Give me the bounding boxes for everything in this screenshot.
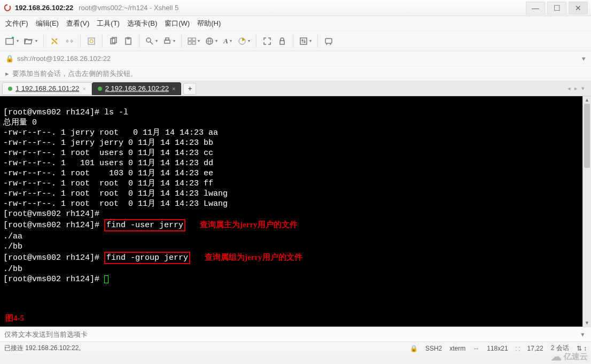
hint-text: 要添加当前会话，点击左侧的箭头按钮。 [12,69,137,79]
status-cursor-pos: 17,22 [527,345,543,352]
menu-window[interactable]: 窗口(W) [165,19,190,28]
tab-close-icon[interactable]: × [82,86,85,92]
menu-edit[interactable]: 编辑(E) [36,19,59,28]
vertical-scrollbar[interactable]: ▲ ▼ [582,96,591,327]
svg-point-7 [146,38,151,42]
reconnect-button[interactable] [49,35,60,48]
session-tab-2[interactable]: 2 192.168.26.102:22 × [92,82,182,95]
svg-rect-17 [300,38,307,44]
session-tab-1[interactable]: 1 192.168.26.101:22 × [2,82,92,95]
tab-close-icon[interactable]: × [172,86,175,92]
svg-point-2 [90,40,93,43]
terminal-output: -rw-r--r--. 1 jerry jerry 0 11月 14 14:23… [3,138,213,148]
scroll-down-icon[interactable]: ▼ [583,319,591,327]
separator [102,35,103,48]
svg-rect-9 [166,38,169,40]
terminal-output: -rw-r--r--. 1 root 103 0 11月 14 14:23 ee [3,169,213,178]
minimize-button[interactable]: — [526,2,545,14]
svg-rect-11 [192,38,196,41]
menu-help[interactable]: 帮助(H) [197,19,221,28]
status-pos-icon: ⸬ [516,345,520,352]
paste-button[interactable] [122,35,134,48]
font-button[interactable]: A [222,35,234,48]
menu-tabs[interactable]: 选项卡(B) [127,19,157,28]
session-tab-label: 2 192.168.26.102:22 [105,84,169,92]
transfer-button[interactable] [298,35,313,48]
hint-arrow-icon[interactable]: ▸ [5,69,9,78]
print-button[interactable] [162,35,176,48]
address-dropdown-icon[interactable]: ▾ [582,55,586,63]
status-dot-icon [8,87,12,91]
terminal-output: -rw-r--r--. 1 root root 0 11月 14 14:23 f… [3,179,213,188]
status-termtype: xterm [449,345,465,352]
layout-button[interactable] [186,35,201,48]
cloud-icon: ☁ [551,350,562,363]
new-session-button[interactable] [4,35,20,48]
terminal-output: ./aa [3,232,22,241]
separator [80,35,81,48]
prompt: [root@vms002 rh124]# [3,210,99,219]
lock-button[interactable] [276,35,288,48]
scroll-up-icon[interactable]: ▲ [583,96,591,104]
new-tab-button[interactable]: + [183,83,196,95]
title-subtitle: root@vms002:~/rh124 - Xshell 5 [79,4,178,12]
terminal-output: -rw-r--r--. 1 root root 0 11月 14 14:23 L… [3,199,228,208]
annotation-text: 查询属主为jerry用户的文件 [200,220,297,229]
watermark-text: 亿速云 [564,352,588,362]
terminal-wrap: [root@vms002 rh124]# ls -l 总用量 0 -rw-r--… [0,96,591,327]
lock-icon: 🔒 [5,55,14,63]
svg-rect-18 [325,38,332,43]
terminal-output: 总用量 0 [3,118,37,127]
address-bar[interactable]: 🔒 ssh://root@192.168.26.102:22 ▾ [0,51,591,66]
prompt: [root@vms002 rh124]# [3,108,104,117]
terminal-output: ./bb [3,265,22,274]
status-dot-icon [98,87,102,91]
annotation-text: 查询属组为jerry用户的文件 [205,253,302,261]
status-size: 118x21 [487,345,508,352]
terminal-output: -rw-r--r--. 1 101 users 0 11月 14 14:23 d… [3,159,213,168]
properties-button[interactable] [85,35,97,48]
terminal-output: -rw-r--r--. 1 root users 0 11月 14 14:23 … [3,149,213,158]
fullscreen-button[interactable] [261,35,273,48]
prompt: [root@vms002 rh124]# [3,253,104,262]
tab-nav-arrows[interactable]: ◂ ▸ ▾ [567,85,589,92]
session-tabstrip: 1 192.168.26.101:22 × 2 192.168.26.102:2… [0,81,591,96]
scroll-thumb[interactable] [584,104,590,168]
status-protocol: SSH2 [425,345,442,352]
status-size-icon: ↔ [473,345,479,352]
find-button[interactable] [144,35,159,48]
status-bar: 已接连 192.168.26.102:22。 🔒 SSH2 xterm ↔ 11… [0,342,591,354]
menu-view[interactable]: 查看(V) [66,19,89,28]
terminal[interactable]: [root@vms002 rh124]# ls -l 总用量 0 -rw-r--… [0,96,591,327]
highlighted-command: find -user jerry [104,219,185,231]
toolbar: A [0,31,591,51]
open-session-button[interactable] [23,35,38,48]
color-button[interactable] [237,35,251,48]
svg-rect-12 [188,42,191,44]
close-button[interactable]: ✕ [569,2,588,14]
highlighted-command: find -group jerry [104,252,190,264]
disconnect-button[interactable] [64,35,75,48]
maximize-button[interactable]: ☐ [547,2,566,14]
svg-rect-13 [192,42,196,44]
svg-rect-8 [165,40,170,43]
command-text: ls -l [104,108,128,117]
copy-button[interactable] [107,35,119,48]
menu-file[interactable]: 文件(F) [5,19,28,28]
quick-command-button[interactable] [323,35,335,48]
status-lock-icon: 🔒 [410,345,418,352]
menu-tools[interactable]: 工具(T) [97,19,120,28]
compose-dropdown-icon[interactable]: ▾ [579,330,587,338]
svg-rect-16 [280,41,284,44]
title-host: 192.168.26.102:22 [15,4,73,12]
svg-rect-0 [6,38,13,44]
svg-rect-6 [127,37,129,39]
compose-input[interactable] [4,330,579,338]
address-url: ssh://root@192.168.26.102:22 [17,55,111,63]
session-tab-label: 1 192.168.26.101:22 [15,84,79,92]
encoding-button[interactable] [204,35,219,48]
compose-bar: ▾ [0,327,591,342]
separator [139,35,139,48]
svg-rect-1 [88,38,95,44]
separator [293,35,293,48]
